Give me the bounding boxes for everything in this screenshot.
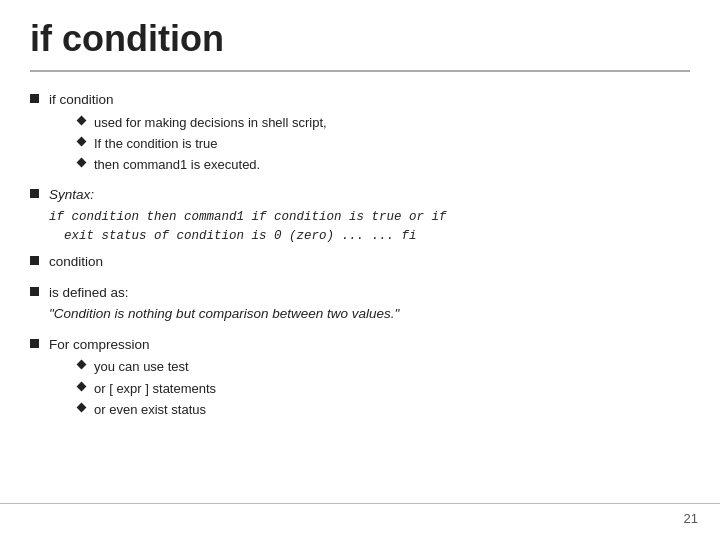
diamond-icon-3 [77,158,87,168]
bullet-square-condition [30,256,39,265]
sub-bullet-text-3: then command1 is executed. [94,155,260,175]
if-condition-section: if condition used for making decisions i… [30,90,690,175]
slide-content: if condition used for making decisions i… [30,90,690,420]
main-bullet-if-condition: if condition [30,90,690,111]
bullet-square-icon [30,94,39,103]
syntax-bullet-main: Syntax: [30,185,690,206]
diamond-icon-c1 [77,360,87,370]
bullet-square-compression [30,339,39,348]
for-compression-sub-bullets: you can use test or [ expr ] statements … [78,357,690,419]
slide: if condition if condition used for makin… [0,0,720,540]
compression-sub-text-1: you can use test [94,357,189,377]
syntax-line-2: exit status of condition is 0 (zero) ...… [49,227,690,246]
sub-bullet-2: If the condition is true [78,134,690,154]
syntax-label: Syntax: [49,185,94,206]
condition-bullet: condition [30,252,690,273]
for-compression-bullet: For compression [30,335,690,356]
bullet-square-syntax [30,189,39,198]
compression-sub-3: or even exist status [78,400,690,420]
diamond-icon-c3 [77,402,87,412]
compression-sub-2: or [ expr ] statements [78,379,690,399]
sub-bullet-1: used for making decisions in shell scrip… [78,113,690,133]
syntax-section: Syntax: if condition then command1 if co… [30,185,690,245]
is-defined-section: is defined as: "Condition is nothing but… [30,283,690,325]
is-defined-bullet: is defined as: "Condition is nothing but… [30,283,690,325]
is-defined-text: is defined as: "Condition is nothing but… [49,283,399,325]
syntax-line-1: if condition then command1 if condition … [49,208,690,227]
condition-section: condition [30,252,690,273]
if-condition-label: if condition [49,90,114,111]
for-compression-section: For compression you can use test or [ ex… [30,335,690,420]
diamond-icon-2 [77,137,87,147]
is-defined-quote: "Condition is nothing but comparison bet… [49,306,399,321]
diamond-icon-c2 [77,381,87,391]
bottom-divider [0,503,720,504]
condition-text: condition [49,252,103,273]
for-compression-text: For compression [49,335,150,356]
sub-bullet-3: then command1 is executed. [78,155,690,175]
diamond-icon-1 [77,115,87,125]
syntax-code-block: if condition then command1 if condition … [49,208,690,246]
compression-sub-text-2: or [ expr ] statements [94,379,216,399]
compression-sub-text-3: or even exist status [94,400,206,420]
sub-bullet-text-2: If the condition is true [94,134,218,154]
slide-title: if condition [30,18,690,72]
page-number: 21 [684,511,698,526]
compression-sub-1: you can use test [78,357,690,377]
bullet-square-is-defined [30,287,39,296]
if-condition-sub-bullets: used for making decisions in shell scrip… [78,113,690,175]
sub-bullet-text-1: used for making decisions in shell scrip… [94,113,327,133]
